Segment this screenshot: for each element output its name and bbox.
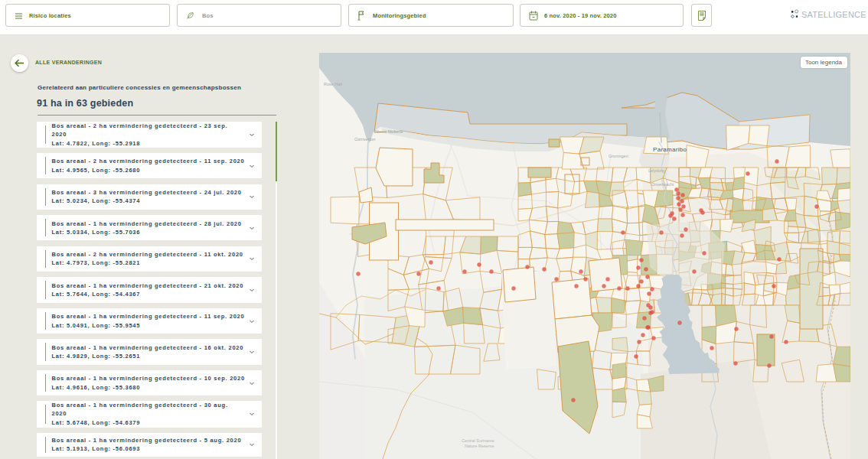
svg-text:Nieuw Nickerie: Nieuw Nickerie bbox=[375, 129, 403, 134]
svg-text:Central Suriname: Central Suriname bbox=[462, 438, 494, 443]
svg-text:Lelydorp: Lelydorp bbox=[648, 168, 664, 173]
svg-text:Rose Hall: Rose Hall bbox=[324, 82, 342, 86]
svg-text:Onverwacht: Onverwacht bbox=[651, 182, 674, 187]
svg-text:Groningen: Groningen bbox=[609, 154, 628, 158]
svg-text:Nature Reserve: Nature Reserve bbox=[465, 444, 494, 448]
svg-text:Paramaribo: Paramaribo bbox=[653, 146, 687, 153]
svg-text:Corriverton: Corriverton bbox=[354, 137, 375, 142]
